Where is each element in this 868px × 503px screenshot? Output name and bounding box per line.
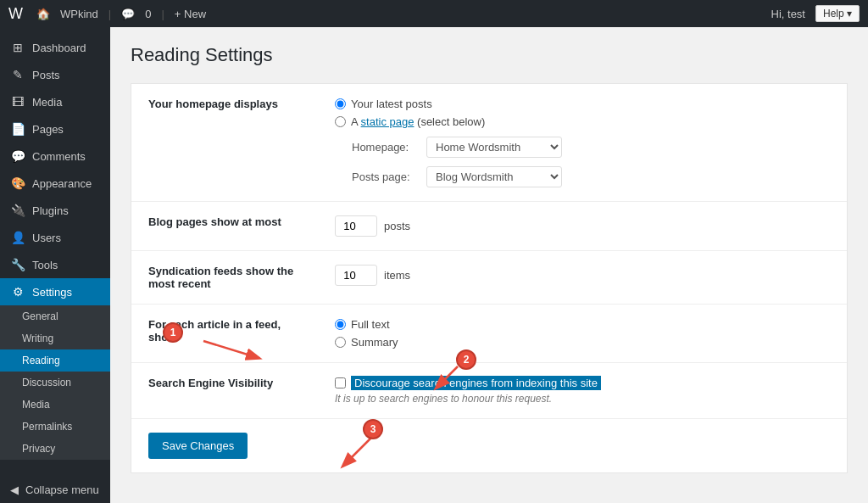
search-visibility-checkbox[interactable] [335,377,346,388]
comment-bubble-icon: 💬 [121,8,135,20]
homepage-displays-label: Your homepage displays [131,84,318,202]
top-bar: W 🏠 WPkind | 💬 0 | + New Hi, test Help ▾ [0,0,868,27]
checkbox-label-highlighted: Discourage search engines from indexing … [351,376,601,390]
search-visibility-note: It is up to search engines to honour thi… [335,393,830,405]
posts-icon: ✎ [10,68,25,81]
sidebar-item-media[interactable]: 🎞 Media [0,88,110,115]
syndication-feeds-unit: items [384,269,410,282]
sidebar: ⊞ Dashboard ✎ Posts 🎞 Media 📄 Pages 💬 Co… [0,27,110,503]
sidebar-item-settings[interactable]: ⚙ Settings [0,278,110,305]
homepage-select[interactable]: Home Wordsmith [426,137,562,158]
homepage-dropdown-label: Homepage: [352,141,420,154]
comments-count[interactable]: 0 [145,8,151,20]
sidebar-label-plugins: Plugins [32,204,69,217]
static-page-radio[interactable] [335,116,346,127]
sidebar-item-users[interactable]: 👤 Users [0,224,110,251]
search-visibility-field: Discourage search engines from indexing … [318,363,847,419]
sidebar-label-tools: Tools [32,259,58,271]
posts-page-dropdown-label: Posts page: [352,170,420,183]
feed-article-label: For each article in a feed, show [131,305,318,363]
sidebar-label-media: Media [32,96,62,109]
search-visibility-checkbox-row: Discourage search engines from indexing … [335,377,830,389]
submenu-label-general: General [22,310,58,322]
feed-article-field: Full text Summary [318,305,847,363]
homepage-displays-row: Your homepage displays Your latest posts [131,84,847,202]
homepage-radio-group: Your latest posts A static page (select … [335,98,830,128]
full-text-radio[interactable] [335,319,346,330]
search-visibility-checkbox-label: Discourage search engines from indexing … [351,377,601,389]
latest-posts-option: Your latest posts [335,98,830,110]
sidebar-item-appearance[interactable]: 🎨 Appearance [0,170,110,197]
page-title: Reading Settings [131,44,848,66]
syndication-feeds-input[interactable] [335,265,377,286]
home-icon: 🏠 [36,8,50,20]
summary-option: Summary [335,336,830,349]
submenu-label-reading: Reading [22,355,60,366]
posts-page-select[interactable]: Blog Wordsmith [426,166,562,187]
pages-icon: 📄 [10,122,25,136]
summary-radio[interactable] [335,337,346,348]
submenu-item-general[interactable]: General [0,305,110,327]
submenu-label-permalinks: Permalinks [22,421,72,433]
syndication-feeds-field: items [318,251,847,305]
blog-pages-label: Blog pages show at most [131,202,318,251]
sidebar-item-pages[interactable]: 📄 Pages [0,115,110,143]
wp-logo: W [8,5,23,23]
submenu-item-reading[interactable]: Reading [0,349,110,372]
sidebar-label-pages: Pages [32,123,64,136]
submenu-label-privacy: Privacy [22,443,55,455]
site-name[interactable]: WPkind [60,8,98,20]
static-page-option: A static page (select below) [335,115,830,128]
blog-pages-input[interactable] [335,215,377,237]
static-page-link[interactable]: static page [361,115,415,128]
form-table: Your homepage displays Your latest posts [131,84,847,418]
blog-pages-field: posts [318,202,847,251]
help-button[interactable]: Help ▾ [815,5,860,22]
search-visibility-row: Search Engine Visibility Discourage sear… [131,363,847,419]
save-changes-button[interactable]: Save Changes [148,433,248,459]
sidebar-item-dashboard[interactable]: ⊞ Dashboard [0,34,110,61]
media-icon: 🎞 [10,95,25,109]
tools-icon: 🔧 [10,258,25,271]
syndication-feeds-row: Syndication feeds show the most recent i… [131,251,847,305]
sidebar-item-comments[interactable]: 💬 Comments [0,143,110,170]
sidebar-item-posts[interactable]: ✎ Posts [0,61,110,88]
sidebar-item-tools[interactable]: 🔧 Tools [0,251,110,278]
summary-label: Summary [351,336,398,349]
sidebar-label-posts: Posts [32,69,60,81]
collapse-menu-button[interactable]: ◀ Collapse menu [0,477,110,503]
blog-pages-num-row: posts [335,215,830,237]
submenu-label-discussion: Discussion [22,377,71,388]
submenu-item-privacy[interactable]: Privacy [0,438,110,460]
latest-posts-label: Your latest posts [351,98,432,110]
latest-posts-radio[interactable] [335,98,346,109]
settings-icon: ⚙ [10,285,25,299]
appearance-icon: 🎨 [10,176,25,190]
full-text-option: Full text [335,318,830,331]
sidebar-label-settings: Settings [32,286,72,299]
sidebar-item-plugins[interactable]: 🔌 Plugins [0,197,110,224]
search-visibility-label: Search Engine Visibility [131,363,318,419]
submenu-item-permalinks[interactable]: Permalinks [0,416,110,438]
homepage-displays-field: Your latest posts A static page (select … [318,84,847,202]
new-content-button[interactable]: + New [175,8,206,20]
blog-pages-row: Blog pages show at most posts [131,202,847,251]
submenu-item-discussion[interactable]: Discussion [0,372,110,394]
feed-article-row: For each article in a feed, show Full te… [131,305,847,363]
save-section: Save Changes [131,418,847,472]
submenu-label-writing: Writing [22,333,53,344]
syndication-feeds-num-row: items [335,265,830,286]
full-text-label: Full text [351,318,390,331]
sidebar-label-users: Users [32,232,61,244]
static-page-label: A static page (select below) [351,115,485,128]
posts-page-dropdown-row: Posts page: Blog Wordsmith [335,166,830,187]
sidebar-label-appearance: Appearance [32,177,92,190]
submenu-item-writing[interactable]: Writing [0,327,110,349]
settings-submenu: General Writing Reading Discussion Media… [0,305,110,460]
plugins-icon: 🔌 [10,204,25,217]
user-greeting: Hi, test [771,8,805,20]
collapse-menu-label: Collapse menu [25,483,99,496]
sidebar-label-comments: Comments [32,150,86,163]
dashboard-icon: ⊞ [10,41,25,54]
submenu-item-media[interactable]: Media [0,394,110,416]
